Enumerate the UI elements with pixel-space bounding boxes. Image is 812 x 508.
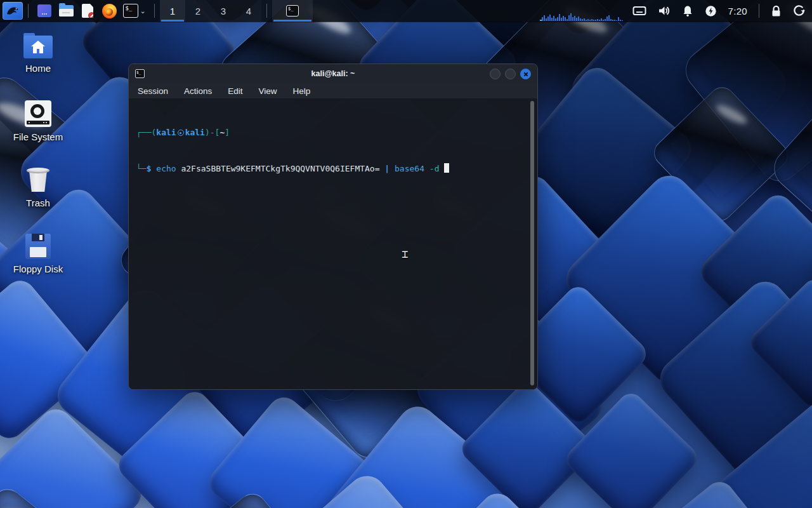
maximize-button[interactable] <box>505 69 516 79</box>
panel-separator <box>28 4 29 18</box>
load-graph-bar <box>610 19 612 21</box>
launcher-terminal[interactable]: $_ ⌄ <box>122 2 147 20</box>
panel-separator <box>266 4 267 18</box>
load-graph-bar <box>587 19 589 21</box>
workspace-3[interactable]: 3 <box>211 0 236 22</box>
load-graph-bar <box>599 20 600 21</box>
load-graph-bar <box>605 19 606 21</box>
load-graph-bar <box>582 19 583 21</box>
prompt-line-2: └─$ echo a2FsaSBBTEw9KEFMTCkgTk9QQVNTV0Q… <box>136 163 530 175</box>
load-graph-bar <box>576 18 577 21</box>
floppy-disk-icon <box>25 234 51 259</box>
load-graph-bar <box>574 16 575 21</box>
close-button[interactable] <box>520 69 531 79</box>
load-graph-bar <box>622 20 623 21</box>
load-graph-bar <box>580 18 581 21</box>
folder-icon <box>59 5 74 17</box>
taskbar-window-button[interactable]: $_ <box>272 0 313 22</box>
logout-icon[interactable] <box>793 4 806 17</box>
launcher-file-manager[interactable] <box>57 2 75 20</box>
clock[interactable]: 7:20 <box>728 6 747 17</box>
menu-session[interactable]: Session <box>138 86 168 96</box>
terminal-scrollbar[interactable] <box>530 101 534 385</box>
menu-actions[interactable]: Actions <box>184 86 212 96</box>
load-graph-bar <box>614 20 615 21</box>
load-graph-bar <box>563 16 564 21</box>
load-graph-bar <box>559 14 560 21</box>
trash-bin-icon <box>25 166 51 193</box>
launcher-firefox[interactable] <box>100 2 118 20</box>
load-graph-bar <box>542 17 543 21</box>
notification-bell-icon[interactable] <box>682 5 693 17</box>
load-graph-bar <box>572 17 573 21</box>
load-graph-bar <box>589 20 591 21</box>
terminal-icon: $_ <box>286 5 299 17</box>
minimize-button[interactable] <box>490 69 501 79</box>
kali-dragon-icon <box>6 4 20 17</box>
home-folder-icon <box>23 36 53 58</box>
firefox-icon <box>102 4 117 18</box>
system-load-graph[interactable] <box>540 0 626 22</box>
load-graph-bar <box>608 15 610 21</box>
window-title: kali@kali: ~ <box>129 69 537 78</box>
desktop-icon-label: Home <box>25 63 51 74</box>
menu-edit[interactable]: Edit <box>228 86 242 96</box>
load-graph-bar <box>553 16 554 21</box>
desktop-icon-trash[interactable]: Trash <box>6 166 70 208</box>
menu-view[interactable]: View <box>259 86 277 96</box>
chevron-down-icon[interactable]: ⌄ <box>140 7 145 15</box>
load-graph-bar <box>565 17 566 21</box>
scrollbar-thumb[interactable] <box>530 101 534 385</box>
terminal-content[interactable]: ┌──(kalikali)-[~] └─$ echo a2FsaSBBTEw9K… <box>129 99 537 389</box>
load-graph-bar <box>547 17 549 21</box>
power-manager-icon[interactable] <box>705 5 717 17</box>
load-graph-bar <box>578 17 579 21</box>
desktop-icon-home[interactable]: Home <box>6 36 70 74</box>
load-graph-bar <box>555 18 556 21</box>
menu-help[interactable]: Help <box>293 86 311 96</box>
mouse-cursor-ibeam: ⌶ <box>402 248 408 260</box>
hard-disk-icon <box>25 100 51 127</box>
panel-separator <box>759 4 759 18</box>
prompt-line-1: ┌──(kalikali)-[~] <box>136 126 530 138</box>
load-graph-bar <box>570 13 572 21</box>
launcher-text-editor[interactable] <box>79 2 96 20</box>
desktop-icon-file-system[interactable]: File System <box>6 100 70 142</box>
window-titlebar[interactable]: $_ kali@kali: ~ <box>129 64 537 83</box>
load-graph-bar <box>568 15 570 21</box>
document-icon <box>82 4 93 18</box>
load-graph-bar <box>595 20 596 21</box>
load-graph-bar <box>593 20 594 21</box>
load-graph-bar <box>551 18 553 21</box>
terminal-cursor <box>444 163 449 173</box>
workspace-2[interactable]: 2 <box>185 0 211 22</box>
load-graph-bar <box>566 19 568 21</box>
load-graph-bar <box>586 20 587 21</box>
load-graph-bar <box>616 20 617 21</box>
terminal-icon: $_ <box>123 4 138 18</box>
at-circle-glyph <box>178 130 184 136</box>
load-graph-bar <box>546 18 547 21</box>
desktop-icon-floppy-disk[interactable]: Floppy Disk <box>6 234 70 274</box>
window-menubar: Session Actions Edit View Help <box>129 83 537 99</box>
load-graph-bar <box>544 15 545 21</box>
keyboard-icon[interactable] <box>632 5 646 17</box>
launcher-app-window[interactable] <box>36 2 53 20</box>
load-graph-bar <box>618 17 619 21</box>
load-graph-bar <box>597 19 598 21</box>
top-panel: $_ ⌄ 1 2 3 4 $_ 7:20 <box>0 0 812 22</box>
volume-icon[interactable] <box>658 5 671 17</box>
lock-screen-icon[interactable] <box>771 5 782 17</box>
applications-menu-button[interactable] <box>3 2 23 20</box>
load-graph-bar <box>584 18 585 21</box>
load-graph-bar <box>561 18 562 21</box>
load-graph-bar <box>603 20 604 21</box>
load-graph-bar <box>549 15 551 21</box>
load-graph-bar <box>557 17 558 21</box>
workspace-1[interactable]: 1 <box>160 0 185 22</box>
desktop-icon-label: Trash <box>26 197 50 208</box>
app-window-icon <box>37 4 51 17</box>
terminal-window: $_ kali@kali: ~ Session Actions Edit Vie… <box>128 64 538 390</box>
workspace-4[interactable]: 4 <box>236 0 261 22</box>
desktop-icon-label: File System <box>13 131 63 142</box>
